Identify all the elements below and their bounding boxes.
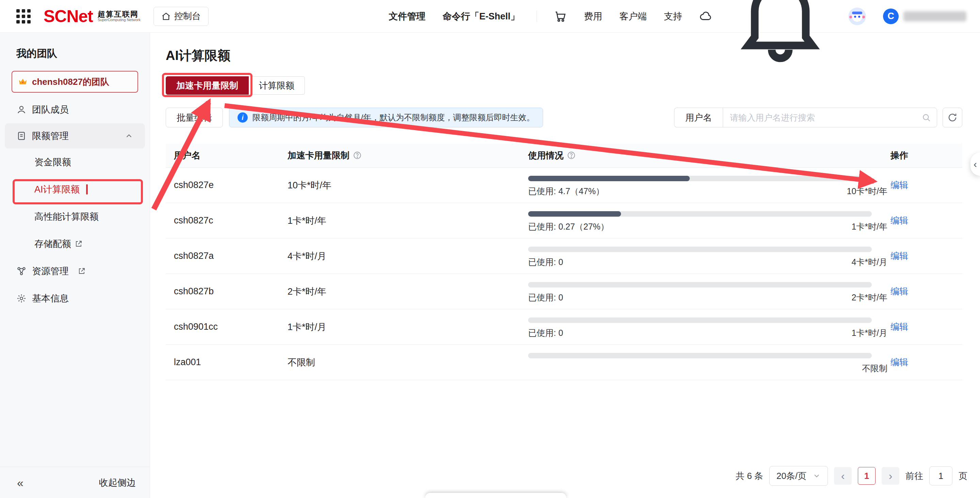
sidebar-item-resource-management[interactable]: 资源管理 [0, 257, 150, 285]
search-icon[interactable] [921, 113, 931, 122]
usage-limit-label: 10卡*时/年 [847, 186, 888, 197]
crown-icon [18, 77, 28, 87]
usage-progress-fill [528, 176, 690, 181]
quota-table: 用户名 加速卡用量限制 使用情况 操作 csh0827e 10卡*时/年 [166, 144, 962, 380]
table-row: csh0827e 10卡*时/年 已使用: 4.7（47%） 10卡*时/年 编… [166, 168, 962, 203]
bell-icon[interactable] [729, 62, 831, 68]
sidebar-item-ai-compute-quota[interactable]: AI计算限额 [0, 176, 150, 203]
nav-fee[interactable]: 费用 [584, 10, 602, 22]
goto-page-input[interactable] [929, 466, 953, 485]
sidebar-item-team-members[interactable]: 团队成员 [0, 96, 150, 123]
edit-link[interactable]: 编辑 [891, 322, 908, 332]
cloud-icon[interactable] [699, 10, 712, 23]
batch-edit-button[interactable]: 批量编辑 [166, 108, 223, 128]
edit-link[interactable]: 编辑 [891, 357, 908, 367]
scnet-logo[interactable]: SCNet 超算互联网 SuperComputing Network [43, 6, 140, 26]
quota-tabs: 加速卡用量限制 计算限额 [166, 76, 305, 95]
edit-link[interactable]: 编辑 [891, 215, 908, 225]
tab-compute-quota[interactable]: 计算限额 [249, 76, 305, 95]
bottom-overlay-bar [425, 493, 566, 498]
tab-accelerator-usage-limit[interactable]: 加速卡用量限制 [166, 76, 249, 95]
used-amount-label: 已使用: 0.27（27%） [528, 221, 609, 232]
usage-cell: 已使用: 4.7（47%） 10卡*时/年 [528, 168, 891, 203]
help-icon[interactable] [353, 151, 362, 160]
usage-progress-bar [528, 353, 872, 358]
logo-subtitle-en: SuperComputing Network [98, 18, 140, 22]
usage-progress-bar [528, 211, 872, 217]
quota-cell: 不限制 [288, 356, 528, 369]
sidebar-item-storage-quota[interactable]: 存储配额 [0, 230, 150, 257]
sidebar-title: 我的团队 [16, 47, 150, 60]
table-header: 用户名 加速卡用量限制 使用情况 操作 [166, 144, 962, 168]
usage-cell: 已使用: 0 4卡*时/月 [528, 238, 891, 273]
refresh-button[interactable] [943, 108, 962, 128]
person-icon [16, 105, 27, 115]
sidebar-item-fund-quota[interactable]: 资金限额 [0, 148, 150, 176]
console-button[interactable]: 控制台 [153, 7, 208, 26]
sidebar-item-quota-management[interactable]: 限额管理 [5, 123, 145, 148]
search-group: 用户名 [674, 108, 962, 128]
username-search-input[interactable] [723, 108, 937, 128]
prev-page-button[interactable]: ‹ [834, 467, 852, 485]
cart-icon[interactable] [554, 10, 567, 23]
logo-text: SCNet [43, 6, 93, 26]
sidebar-item-basic-info[interactable]: 基本信息 [0, 285, 150, 312]
quota-cell: 2卡*时/年 [288, 286, 528, 298]
quota-doc-icon [16, 131, 27, 141]
help-icon[interactable] [567, 151, 576, 160]
sidebar-item-label: 高性能计算限额 [34, 211, 99, 223]
nav-client[interactable]: 客户端 [619, 10, 647, 22]
nav-eshell[interactable]: 命令行「E-Shell」 [442, 10, 520, 22]
sidebar-item-label: 资金限额 [34, 156, 71, 168]
edit-link[interactable]: 编辑 [891, 180, 908, 190]
pagination: 共 6 条 20条/页 ‹ 1 › 前往 页 [736, 466, 967, 486]
active-indicator [86, 184, 88, 195]
home-icon [161, 11, 171, 21]
used-amount-label: 已使用: 4.7（47%） [528, 186, 605, 197]
chevron-up-icon [124, 131, 134, 140]
collapse-chevrons-icon[interactable]: « [17, 477, 21, 488]
usage-progress-bar [528, 318, 872, 323]
usage-limit-label: 不限制 [862, 363, 888, 374]
usage-limit-label: 1卡*时/月 [851, 327, 888, 338]
username-cell: csh0827c [166, 215, 288, 226]
apps-grid-icon[interactable] [16, 9, 30, 24]
nav-support[interactable]: 支持 [664, 10, 682, 22]
edit-link[interactable]: 编辑 [891, 286, 908, 296]
sidebar-item-label: 存储配额 [34, 238, 71, 250]
username-filter-label: 用户名 [674, 108, 723, 128]
table-row: csh0827b 2卡*时/年 已使用: 0 2卡*时/年 编辑 [166, 274, 962, 309]
usage-cell: 不限制 [528, 345, 891, 380]
header-username: 用户名 [166, 150, 288, 161]
edit-link[interactable]: 编辑 [891, 251, 908, 261]
nav-file-management[interactable]: 文件管理 [388, 10, 425, 22]
table-row: csh0827a 4卡*时/月 已使用: 0 4卡*时/月 编辑 [166, 238, 962, 274]
assistant-avatar[interactable] [848, 8, 866, 25]
page-size-select[interactable]: 20条/页 [769, 466, 828, 486]
usage-cell: 已使用: 0 1卡*时/月 [528, 309, 891, 345]
header-quota: 加速卡用量限制 [288, 150, 528, 161]
total-count-label: 共 6 条 [736, 470, 763, 482]
next-page-button[interactable]: › [882, 467, 899, 485]
team-selector[interactable]: chensh0827的团队 [11, 71, 138, 93]
sidebar-item-label: 资源管理 [32, 265, 69, 277]
quota-cell: 1卡*时/月 [288, 321, 528, 333]
usage-limit-label: 1卡*时/年 [851, 221, 888, 232]
sidebar-item-label: 团队成员 [32, 104, 69, 116]
usage-cell: 已使用: 0 2卡*时/年 [528, 274, 891, 309]
username-cell: csh0827b [166, 286, 288, 297]
current-page-button[interactable]: 1 [858, 467, 875, 485]
used-amount-label: 已使用: 0 [528, 257, 563, 268]
usage-progress-bar [528, 282, 872, 287]
user-avatar: C [883, 8, 899, 24]
usage-progress-fill [528, 211, 621, 217]
collapse-label[interactable]: 收起侧边 [99, 477, 136, 489]
user-account-chip[interactable]: C [883, 8, 966, 24]
sidebar-item-hpc-quota[interactable]: 高性能计算限额 [0, 203, 150, 230]
usage-progress-bar [528, 176, 872, 181]
page-size-value: 20条/页 [776, 470, 807, 482]
main-content: AI计算限额 加速卡用量限制 计算限额 批量编辑 i 限额周期中的月/年均为自然… [150, 33, 980, 498]
team-name: chensh0827的团队 [32, 76, 109, 88]
sidebar: 我的团队 chensh0827的团队 团队成员 限额管理 资金限额 AI计算限额 [0, 33, 150, 498]
username-cell: csh0827a [166, 251, 288, 261]
